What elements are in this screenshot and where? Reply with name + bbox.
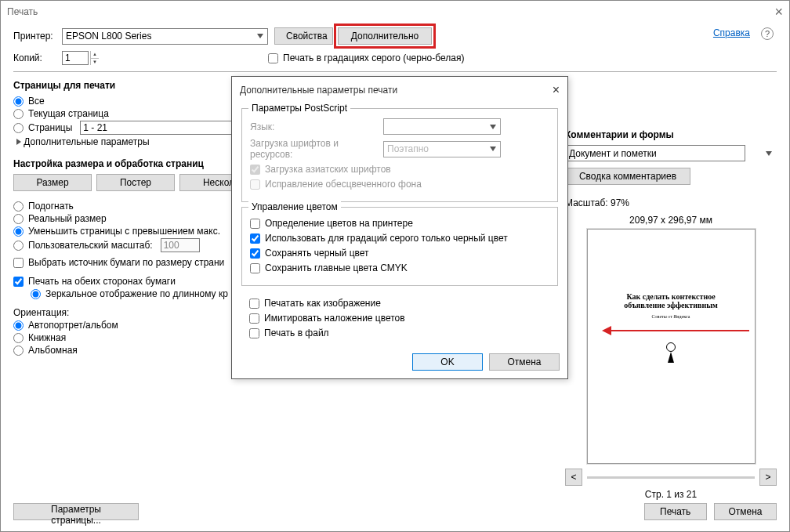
cm-cmyk-checkbox[interactable] <box>250 263 260 273</box>
postscript-legend: Параметры PostScript <box>248 103 350 114</box>
pages-range-input[interactable] <box>80 121 245 135</box>
ps-lang-select <box>383 118 501 135</box>
help-link[interactable]: Справка <box>713 27 750 38</box>
modal-close-icon[interactable]: × <box>553 83 560 97</box>
color-mgmt-legend: Управление цветом <box>248 201 341 212</box>
orient-landscape-radio[interactable] <box>13 346 24 356</box>
mirror-long-radio[interactable] <box>31 289 41 299</box>
orient-auto-radio[interactable] <box>13 320 24 331</box>
printer-select[interactable]: EPSON L800 Series <box>62 28 268 45</box>
next-page-button[interactable]: > <box>759 469 777 486</box>
modal-cancel-button[interactable]: Отмена <box>489 353 560 371</box>
pages-more-params[interactable]: Дополнительные параметры <box>24 136 149 147</box>
size-button[interactable]: Размер <box>13 174 92 191</box>
cm-printer-checkbox[interactable] <box>250 219 260 229</box>
advanced-button[interactable]: Дополнительно <box>338 27 432 45</box>
comments-summary-button[interactable]: Сводка комментариев <box>565 168 690 185</box>
poster-button[interactable]: Постер <box>96 174 175 191</box>
print-dialog: Печать × Справка ? Принтер: EPSON L800 S… <box>0 0 790 532</box>
pages-all-radio[interactable] <box>13 96 24 107</box>
ps-fonts-select: Поэтапно <box>383 141 501 157</box>
annotation-arrowhead-icon <box>602 326 611 335</box>
copies-label: Копий: <box>13 52 62 63</box>
ps-lang-label: Язык: <box>250 121 383 132</box>
actual-size-radio[interactable] <box>13 214 24 224</box>
ps-bg-checkbox <box>250 179 260 190</box>
orient-portrait-radio[interactable] <box>13 333 24 343</box>
paper-source-checkbox[interactable] <box>13 258 24 268</box>
cm-grayblack-checkbox[interactable] <box>250 233 260 244</box>
page-dimensions: 209,97 x 296,97 мм <box>565 215 777 226</box>
shrink-radio[interactable] <box>13 226 24 237</box>
print-as-image-checkbox[interactable] <box>249 299 259 309</box>
grayscale-label: Печать в градациях серого (черно-белая) <box>283 52 464 63</box>
window-title: Печать <box>7 6 38 17</box>
modal-ok-button[interactable]: OK <box>412 353 483 371</box>
page-slider[interactable] <box>587 476 755 479</box>
cancel-button[interactable]: Отмена <box>714 503 777 520</box>
advanced-print-dialog: Дополнительные параметры печати × Параме… <box>231 76 568 379</box>
help-icon[interactable]: ? <box>761 27 774 40</box>
annotation-arrow <box>608 330 749 331</box>
titlebar: Печать × <box>1 1 789 23</box>
grayscale-checkbox[interactable] <box>268 53 278 63</box>
page-preview: Как сделать контекстноеобъявление эффект… <box>587 229 756 464</box>
comments-title: Комментарии и формы <box>565 129 777 140</box>
pages-current-radio[interactable] <box>13 109 24 119</box>
comments-select[interactable]: Документ и пометки <box>565 145 745 161</box>
page-setup-button[interactable]: Параметры страницы... <box>13 503 139 520</box>
print-button[interactable]: Печать <box>644 503 707 520</box>
ps-fonts-label: Загрузка шрифтов и ресурсов: <box>250 138 383 160</box>
pages-range-radio[interactable] <box>13 123 24 133</box>
copies-input[interactable] <box>62 51 89 65</box>
expand-icon[interactable] <box>16 139 21 145</box>
duplex-checkbox[interactable] <box>13 277 24 287</box>
keyhole-icon <box>662 342 679 369</box>
page-counter: Стр. 1 из 21 <box>565 489 777 500</box>
printer-label: Принтер: <box>13 31 62 42</box>
cm-keepblack-checkbox[interactable] <box>250 248 260 259</box>
print-to-file-checkbox[interactable] <box>249 328 259 338</box>
custom-scale-radio[interactable] <box>13 241 24 251</box>
scale-label: Масштаб: 97% <box>565 197 777 208</box>
modal-title: Дополнительные параметры печати <box>240 85 397 96</box>
ps-asian-checkbox <box>250 165 260 175</box>
custom-scale-input <box>161 238 200 252</box>
fit-radio[interactable] <box>13 201 24 212</box>
close-icon[interactable]: × <box>774 4 783 20</box>
copies-stepper[interactable]: ▲▼ <box>62 51 100 65</box>
simulate-overprint-checkbox[interactable] <box>249 313 259 324</box>
properties-button[interactable]: Свойства <box>274 27 333 45</box>
prev-page-button[interactable]: < <box>565 469 582 486</box>
